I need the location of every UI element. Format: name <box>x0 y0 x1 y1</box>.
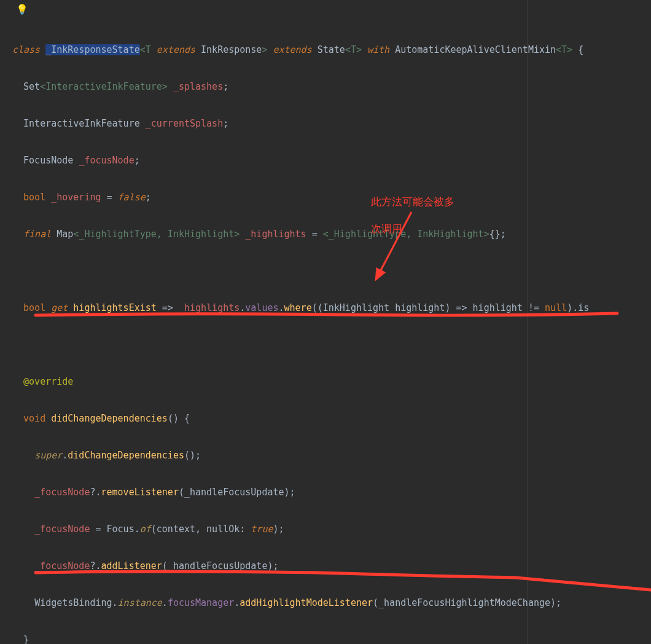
code-line: Set<InteractiveInkFeature> _splashes; <box>12 77 651 96</box>
code-line: super.didChangeDependencies(); <box>12 446 651 465</box>
code-line: class _InkResponseState<T extends InkRes… <box>12 41 651 59</box>
code-line: @override <box>12 372 651 391</box>
code-line: _focusNode?.removeListener(_handleFocusU… <box>12 483 651 501</box>
code-line: void didChangeDependencies() { <box>12 409 651 428</box>
code-line <box>12 336 651 354</box>
code-line: _focusNode?.addListener(_handleFocusUpda… <box>12 557 651 575</box>
code-line: WidgetsBinding.instance.focusManager.add… <box>12 594 651 612</box>
code-editor[interactable]: 💡 class _InkResponseState<T extends InkR… <box>0 0 651 644</box>
code-line: bool _hovering = false; <box>12 188 651 206</box>
class-name: _InkResponseState <box>45 44 140 55</box>
code-line: InteractiveInkFeature _currentSplash; <box>12 114 651 133</box>
code-line: } <box>12 630 651 644</box>
code-line: FocusNode _focusNode; <box>12 151 651 170</box>
code-line: _focusNode = Focus.of(context, nullOk: t… <box>12 520 651 538</box>
code-area[interactable]: class _InkResponseState<T extends InkRes… <box>0 0 651 644</box>
code-line: bool get highlightsExist => _highlights.… <box>12 299 651 317</box>
code-line: final Map<_HighlightType, InkHighlight> … <box>12 225 651 243</box>
code-line <box>12 262 651 280</box>
